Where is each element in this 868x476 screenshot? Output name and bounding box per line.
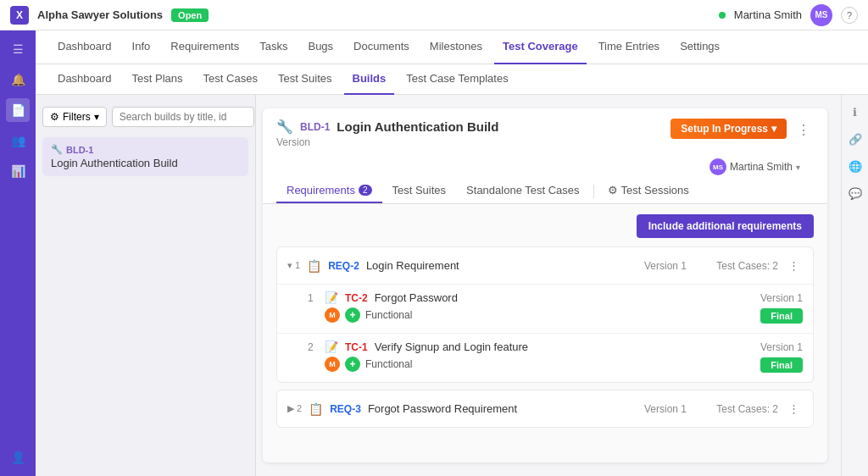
- build-tab-standalone-label: Standalone Test Cases: [466, 184, 579, 196]
- test-sessions-gear-icon: ⚙: [608, 184, 618, 196]
- sub-nav-test-plans[interactable]: Test Plans: [124, 64, 192, 95]
- nav-item-time-entries[interactable]: Time Entries: [590, 30, 668, 64]
- sidebar-chart-icon[interactable]: 📊: [6, 159, 30, 183]
- nav-item-requirements[interactable]: Requirements: [162, 30, 248, 64]
- build-tab-requirements-label: Requirements: [287, 184, 355, 196]
- nav-item-documents[interactable]: Documents: [345, 30, 418, 64]
- sidebar-user-support-icon[interactable]: 👤: [6, 446, 30, 469]
- tc1-plus-tag: +: [345, 357, 360, 372]
- sidebar-document-icon[interactable]: 📄: [6, 98, 30, 122]
- build-user-avatar: MS: [709, 158, 726, 175]
- sub-nav: Dashboard Test Plans Test Cases Test Sui…: [36, 64, 868, 95]
- build-user-chevron-icon[interactable]: ▾: [796, 163, 800, 172]
- user-display-name: Martina Smith: [734, 8, 802, 21]
- build-list-icon: 🔧: [51, 144, 63, 155]
- req3-test-cases-count: Test Cases: 2: [702, 403, 778, 415]
- app-logo: X: [10, 6, 29, 25]
- nav-item-settings[interactable]: Settings: [671, 30, 728, 64]
- tc2-name: Forgot Password: [375, 291, 754, 304]
- req3-type-icon: 📋: [309, 402, 323, 416]
- help-icon[interactable]: ?: [841, 7, 858, 24]
- right-link-icon[interactable]: 🔗: [845, 129, 865, 149]
- req2-more-options-icon[interactable]: ⋮: [785, 256, 803, 275]
- tc2-functional-tag: Functional: [365, 309, 412, 321]
- filter-bar: ⚙ Filters ▾: [42, 102, 248, 132]
- tc2-id[interactable]: TC-2: [345, 292, 368, 304]
- build-tab-test-sessions[interactable]: ⚙ Test Sessions: [598, 179, 699, 203]
- tc2-plus-tag: +: [345, 307, 360, 323]
- req3-more-options-icon[interactable]: ⋮: [785, 399, 803, 418]
- tc-row-tc2: 1 📝 TC-2 Forgot Password Version 1: [277, 284, 813, 333]
- builds-list-panel: ⚙ Filters ▾ 🔧 BLD-1 Login Authentication…: [36, 95, 256, 476]
- tc2-num: 1: [308, 292, 318, 304]
- build-version-label: Version: [276, 136, 498, 148]
- filter-chevron-icon: ▾: [94, 111, 99, 123]
- build-more-options-icon[interactable]: ⋮: [793, 119, 814, 141]
- build-tab-standalone-test-cases[interactable]: Standalone Test Cases: [456, 179, 589, 203]
- req2-id[interactable]: REQ-2: [328, 260, 359, 272]
- build-status-chevron-icon: ▾: [771, 123, 776, 135]
- build-user-name: Martina Smith: [730, 161, 793, 173]
- sidebar-people-icon[interactable]: 👥: [6, 129, 30, 152]
- right-info-icon[interactable]: ℹ: [845, 102, 865, 122]
- builds-search-input[interactable]: [112, 107, 254, 127]
- req2-name: Login Requirement: [366, 259, 629, 272]
- nav-item-dashboard[interactable]: Dashboard: [49, 30, 120, 64]
- nav-item-milestones[interactable]: Milestones: [421, 30, 491, 64]
- sidebar-menu-icon[interactable]: ☰: [6, 37, 30, 61]
- tc1-id[interactable]: TC-1: [345, 341, 368, 353]
- requirement-row-req2: ▾ 1 📋 REQ-2 Login Requirement Version 1 …: [276, 246, 814, 383]
- tc1-functional-tag: Functional: [365, 358, 412, 370]
- sub-nav-test-suites[interactable]: Test Suites: [270, 64, 341, 95]
- build-detail-title: Login Authentication Build: [337, 119, 498, 134]
- project-name: Alpha Sawyer Solutions: [37, 8, 163, 21]
- build-status-label: Setup In Progress: [681, 123, 768, 135]
- sub-nav-test-case-templates[interactable]: Test Case Templates: [398, 64, 516, 95]
- build-requirements-content: Include additional requirements ▾ 1 📋 RE…: [263, 204, 827, 462]
- build-tab-test-suites-label: Test Suites: [392, 184, 447, 196]
- req3-version: Version 1: [636, 403, 695, 415]
- nav-item-info[interactable]: Info: [124, 30, 159, 64]
- tc-row-tc1: 2 📝 TC-1 Verify Signup and Login feature…: [277, 333, 813, 382]
- req3-expand-icon[interactable]: ▶ 2: [287, 403, 302, 414]
- tc1-m-tag: M: [325, 357, 340, 372]
- filter-icon: ⚙: [50, 111, 59, 123]
- right-globe-icon[interactable]: 🌐: [845, 156, 865, 176]
- req3-name: Forgot Password Requirement: [368, 402, 629, 415]
- top-bar: X Alpha Sawyer Solutions Open Martina Sm…: [0, 0, 868, 30]
- build-status-button[interactable]: Setup In Progress ▾: [670, 119, 787, 139]
- build-tab-requirements[interactable]: Requirements 2: [276, 179, 382, 203]
- requirement-row-req3: ▶ 2 📋 REQ-3 Forgot Password Requirement …: [276, 390, 814, 428]
- build-list-name: Login Authentication Build: [51, 157, 240, 169]
- sub-nav-dashboard[interactable]: Dashboard: [49, 64, 120, 95]
- req2-expand-icon[interactable]: ▾ 1: [287, 260, 300, 271]
- req3-id[interactable]: REQ-3: [330, 403, 361, 415]
- tc1-version: Version 1: [760, 341, 803, 353]
- tc2-version: Version 1: [760, 292, 803, 304]
- build-list-item[interactable]: 🔧 BLD-1 Login Authentication Build: [42, 137, 248, 176]
- include-requirements-button[interactable]: Include additional requirements: [637, 214, 814, 238]
- nav-item-bugs[interactable]: Bugs: [299, 30, 342, 64]
- right-panel: ℹ 🔗 🌐 💬: [841, 95, 868, 476]
- tc1-name: Verify Signup and Login feature: [375, 340, 754, 353]
- build-tab-requirements-badge: 2: [359, 185, 372, 196]
- tc2-m-tag: M: [325, 307, 340, 323]
- sub-nav-test-cases[interactable]: Test Cases: [195, 64, 266, 95]
- filter-button[interactable]: ⚙ Filters ▾: [42, 107, 107, 127]
- build-header: 🔧 BLD-1 Login Authentication Build Versi…: [263, 108, 827, 204]
- req2-type-icon: 📋: [307, 259, 321, 273]
- sub-nav-builds[interactable]: Builds: [344, 64, 395, 95]
- build-detail-id: BLD-1: [300, 121, 330, 133]
- icon-sidebar: ☰ 🔔 📄 👥 📊 👤: [0, 30, 36, 476]
- build-tab-test-suites[interactable]: Test Suites: [382, 179, 457, 203]
- right-comment-icon[interactable]: 💬: [845, 183, 865, 203]
- nav-item-tasks[interactable]: Tasks: [251, 30, 296, 64]
- sidebar-bell-icon[interactable]: 🔔: [6, 68, 30, 91]
- build-user-row: MS Martina Smith ▾: [276, 155, 814, 179]
- user-avatar[interactable]: MS: [810, 4, 832, 26]
- tc1-status-badge: Final: [760, 357, 803, 373]
- nav-item-test-coverage[interactable]: Test Coverage: [494, 30, 587, 64]
- user-online-indicator: [719, 12, 726, 19]
- build-tab-test-sessions-label: Test Sessions: [621, 184, 689, 196]
- tc2-type-icon: 📝: [325, 291, 338, 304]
